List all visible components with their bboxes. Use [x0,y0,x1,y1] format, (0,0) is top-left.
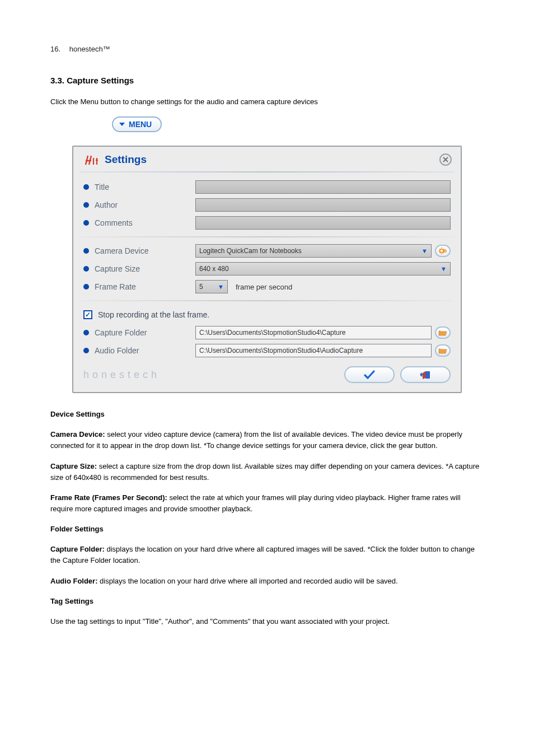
page-header: 16. honestech™ [50,45,484,53]
cancel-button[interactable] [400,366,451,383]
folder-settings-heading: Folder Settings [50,524,484,535]
author-label: Author [95,200,195,209]
capture-folder-input[interactable]: C:\Users\Documents\StopmotionStudio4\Cap… [195,326,432,339]
capture-size-select[interactable]: 640 x 480 ▼ [195,262,451,276]
capture-size-paragraph: Capture Size: select a capture size from… [50,461,484,483]
bullet-icon [83,284,89,290]
frame-rate-label: Frame Rate [95,282,195,291]
audio-folder-path: C:\Users\Documents\StopmotionStudio4\Aud… [199,347,363,354]
capture-folder-bold: Capture Folder: [50,545,105,553]
section-title: 3.3. Capture Settings [50,76,484,85]
audio-folder-bold: Audio Folder: [50,577,98,585]
chevron-down-icon: ▼ [441,265,447,272]
ok-button[interactable] [344,366,395,383]
settings-dialog: Settings Title Author Comments Camera De… [72,146,462,393]
audio-folder-paragraph: Audio Folder: displays the location on y… [50,576,484,587]
bullet-icon [83,348,89,353]
camera-settings-button[interactable] [435,245,451,257]
chevron-down-icon [119,121,125,128]
device-settings-heading: Device Settings [50,409,484,420]
stop-last-frame-label: Stop recording at the last frame. [98,310,209,319]
frame-rate-selected: 5 [199,283,203,291]
audio-folder-label: Audio Folder [95,346,195,355]
close-icon [442,156,449,163]
capture-folder-body: displays the location on your hard drive… [50,545,475,564]
capture-size-body: select a capture size from the drop down… [50,462,479,482]
menu-button-label: MENU [129,120,152,129]
stop-last-frame-checkbox[interactable]: ✓ [83,310,92,319]
camera-device-select[interactable]: Logitech QuickCam for Notebooks ▼ [195,244,432,258]
bullet-icon [83,202,89,208]
capture-size-selected: 640 x 480 [199,265,229,273]
capture-size-bold: Capture Size: [50,462,97,470]
frame-rate-select[interactable]: 5 ▼ [195,280,228,293]
frame-rate-bold: Frame Rate (Frames Per Second): [50,493,167,502]
bullet-icon [83,248,89,254]
exit-icon [419,370,432,380]
ht-logo-icon [83,153,100,166]
frame-rate-paragraph: Frame Rate (Frames Per Second): select t… [50,492,484,515]
bullet-icon [83,220,89,226]
check-icon [363,370,376,380]
tag-settings-paragraph: Use the tag settings to input "Title", "… [50,616,484,627]
capture-folder-path: C:\Users\Documents\StopmotionStudio4\Cap… [199,329,345,337]
footer-brand: honestech [83,369,160,381]
audio-folder-body: displays the location on your hard drive… [98,577,398,585]
folder-icon [438,347,447,354]
bullet-icon [83,330,89,335]
audio-folder-input[interactable]: C:\Users\Documents\StopmotionStudio4\Aud… [195,344,432,357]
camera-device-bold: Camera Device: [50,430,105,438]
svg-point-0 [440,249,443,253]
capture-folder-browse[interactable] [435,326,451,339]
title-label: Title [95,183,195,192]
capture-folder-label: Capture Folder [95,328,195,337]
svg-point-1 [444,250,446,252]
audio-folder-browse[interactable] [435,344,451,357]
folder-icon [438,329,447,336]
author-input[interactable] [195,198,451,212]
camera-device-selected: Logitech QuickCam for Notebooks [199,247,302,255]
menu-button[interactable]: MENU [112,116,162,132]
camera-device-paragraph: Camera Device: select your video capture… [50,429,484,451]
comments-input[interactable] [195,216,451,230]
chevron-down-icon: ▼ [421,248,428,254]
title-input[interactable] [195,180,451,194]
gear-icon [438,246,447,255]
close-button[interactable] [439,153,452,166]
svg-rect-2 [425,371,430,379]
camera-device-label: Camera Device [95,246,195,255]
header-brand: honestech™ [69,45,110,53]
bullet-icon [83,184,89,190]
tag-settings-heading: Tag Settings [50,596,484,607]
section-intro: Click the Menu button to change settings… [50,96,484,108]
page-number: 16. [50,45,60,53]
capture-folder-paragraph: Capture Folder: displays the location on… [50,544,484,566]
chevron-down-icon: ▼ [218,283,224,290]
frame-rate-unit: frame per second [236,283,292,291]
comments-label: Comments [95,218,195,227]
dialog-title: Settings [105,153,147,166]
capture-size-label: Capture Size [95,264,195,273]
camera-device-body: select your video capture device (camera… [50,430,462,450]
bullet-icon [83,266,89,272]
